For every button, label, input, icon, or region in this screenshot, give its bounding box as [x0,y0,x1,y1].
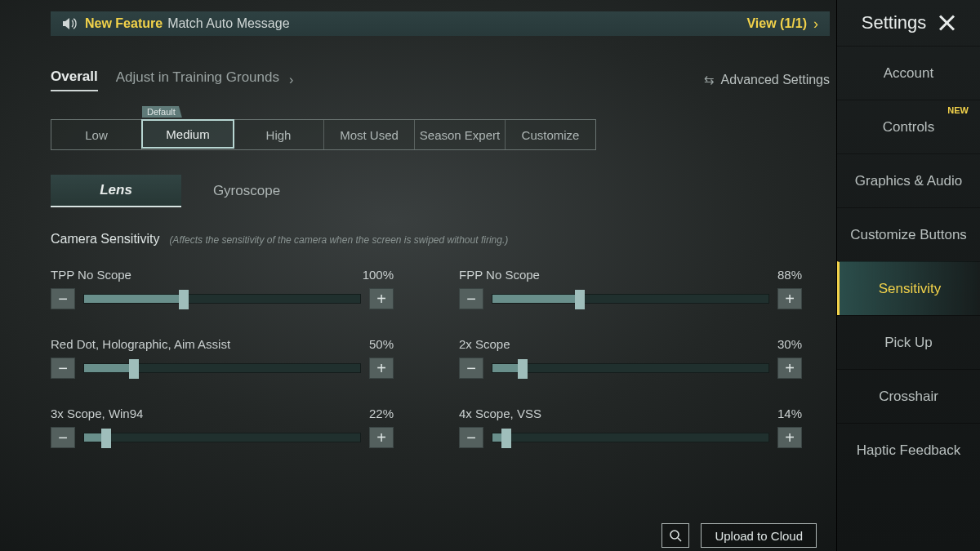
slider-grid: TPP No Scope 100% − + FPP No Scope 88% − [51,268,830,448]
section-hint: (Affects the sensitivity of the camera w… [169,234,508,246]
slider-2x-scope: 2x Scope 30% − + [459,337,802,379]
slider-label: 2x Scope [459,337,510,351]
slider-value: 30% [777,337,802,351]
slider-value: 50% [369,337,394,351]
settings-sidebar: Settings Account NEW Controls Graphics &… [836,0,980,551]
slider-red-dot: Red Dot, Holographic, Aim Assist 50% − + [51,337,394,379]
preset-low[interactable]: Low [51,120,142,149]
minus-button[interactable]: − [459,288,483,309]
advanced-settings-label: Advanced Settings [721,73,830,87]
slider-label: TPP No Scope [51,268,131,282]
preset-season-expert[interactable]: Season Expert [415,120,506,149]
slider-4x-scope: 4x Scope, VSS 14% − + [459,407,802,448]
slider-fill [84,364,134,372]
slider-thumb[interactable] [518,359,528,379]
slider-fpp-no-scope: FPP No Scope 88% − + [459,268,802,309]
slider-track[interactable] [83,363,361,373]
preset-high[interactable]: High [234,120,324,149]
plus-button[interactable]: + [777,427,802,448]
slider-label: Red Dot, Holographic, Aim Assist [51,337,230,351]
sidebar-item-account[interactable]: Account [837,46,980,100]
sidebar-item-graphics-audio[interactable]: Graphics & Audio [837,153,980,207]
sidebar-item-sensitivity[interactable]: Sensitivity [837,261,980,315]
slider-value: 88% [777,268,802,282]
slider-value: 14% [777,407,802,420]
section-title: Camera Sensitivity [51,232,159,247]
subtab-row: Overall Adjust in Training Grounds › ⇆ A… [51,62,830,98]
lens-gyro-tabs: Lens Gyroscope [51,175,312,207]
preset-most-used[interactable]: Most Used [324,120,415,149]
slider-value: 22% [369,407,394,420]
banner-view-label[interactable]: View (1/1) [746,16,807,31]
minus-button[interactable]: − [51,288,75,309]
slider-track[interactable] [492,294,769,304]
slider-track[interactable] [492,433,769,442]
sidebar-item-label: Graphics & Audio [855,173,962,189]
chevron-right-icon[interactable]: › [813,16,818,33]
slider-fill [84,295,184,303]
minus-button[interactable]: − [459,427,483,448]
content-area: Overall Adjust in Training Grounds › ⇆ A… [51,62,830,551]
new-badge: NEW [947,105,969,115]
slider-thumb[interactable] [179,290,189,309]
slider-track[interactable] [492,363,769,373]
subtab-overall[interactable]: Overall [51,69,98,91]
sidebar-item-controls[interactable]: NEW Controls [837,100,980,153]
bottom-bar: Upload to Cloud [662,523,817,548]
slider-fill [492,295,580,303]
tab-lens[interactable]: Lens [51,175,181,207]
minus-button[interactable]: − [51,358,75,379]
feature-message: Match Auto Message [167,16,289,31]
sidebar-item-pick-up[interactable]: Pick Up [837,315,980,369]
section-header: Camera Sensitivity (Affects the sensitiv… [51,232,830,247]
search-button[interactable] [662,523,689,548]
slider-label: FPP No Scope [459,268,540,282]
sidebar-item-haptic-feedback[interactable]: Haptic Feedback [837,423,980,477]
slider-track[interactable] [83,294,361,304]
sidebar-item-label: Controls [883,119,934,136]
slider-thumb[interactable] [501,429,511,448]
minus-button[interactable]: − [459,358,483,379]
preset-customize[interactable]: Customize [506,120,595,149]
sidebar-item-label: Haptic Feedback [857,442,961,459]
subtab-training[interactable]: Adjust in Training Grounds [116,69,279,91]
slider-tpp-no-scope: TPP No Scope 100% − + [51,268,394,309]
slider-thumb[interactable] [129,359,139,379]
sidebar-item-label: Sensitivity [879,281,942,297]
sidebar-item-label: Account [884,65,933,82]
plus-button[interactable]: + [369,288,394,309]
slider-value: 100% [363,268,394,282]
settings-title: Settings [862,12,927,33]
plus-button[interactable]: + [369,427,394,448]
close-icon[interactable] [938,14,956,32]
sidebar-item-label: Customize Buttons [850,227,967,243]
sidebar-item-label: Crosshair [879,389,938,405]
feature-banner[interactable]: New Feature Match Auto Message View (1/1… [51,11,830,36]
slider-thumb[interactable] [101,429,111,448]
upload-cloud-button[interactable]: Upload to Cloud [701,523,817,548]
sidebar-item-crosshair[interactable]: Crosshair [837,369,980,423]
feature-prefix: New Feature [85,16,163,31]
plus-button[interactable]: + [777,288,802,309]
plus-button[interactable]: + [369,358,394,379]
plus-button[interactable]: + [777,358,802,379]
svg-point-0 [670,531,679,539]
slider-label: 4x Scope, VSS [459,407,541,420]
speaker-icon [62,17,77,30]
slider-thumb[interactable] [575,290,585,309]
sidebar-item-customize-buttons[interactable]: Customize Buttons [837,207,980,261]
slider-track[interactable] [83,433,361,442]
swap-icon: ⇆ [704,73,715,87]
settings-title-row: Settings [837,0,980,46]
chevron-right-icon: › [289,73,293,87]
slider-3x-scope: 3x Scope, Win94 22% − + [51,407,394,448]
preset-medium[interactable]: Medium [141,119,234,149]
preset-row: Default Low Medium High Most Used Season… [51,119,830,150]
tab-gyroscope[interactable]: Gyroscope [181,175,312,207]
minus-button[interactable]: − [51,427,75,448]
slider-label: 3x Scope, Win94 [51,407,143,420]
sidebar-item-label: Pick Up [884,335,933,351]
advanced-settings-link[interactable]: ⇆ Advanced Settings [704,73,830,87]
svg-line-1 [678,538,681,541]
default-tag: Default [142,106,182,118]
